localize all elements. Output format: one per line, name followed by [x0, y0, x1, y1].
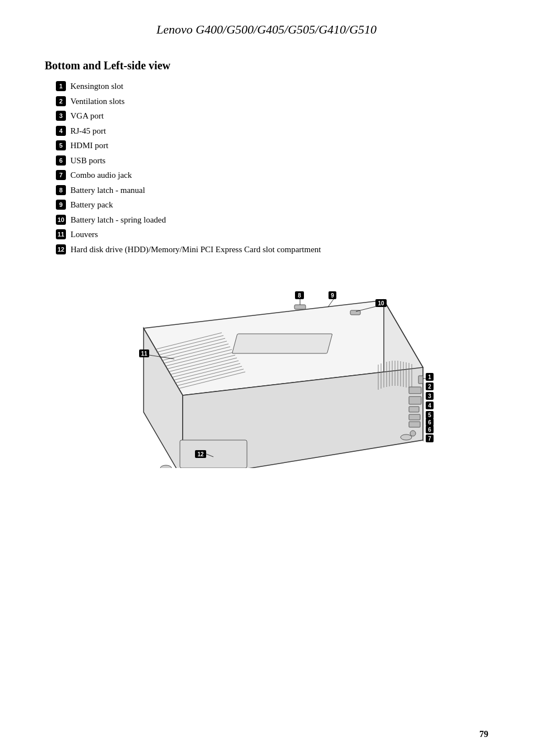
list-item: 3VGA port: [56, 110, 488, 122]
list-item: 8Battery latch - manual: [56, 184, 488, 197]
svg-text:12: 12: [197, 451, 204, 457]
item-number-badge: 3: [56, 111, 66, 121]
page: Lenovo G400/G500/G405/G505/G410/G510 Bot…: [0, 0, 533, 756]
item-label: Battery latch - manual: [70, 184, 145, 197]
svg-rect-35: [409, 396, 421, 404]
svg-text:10: 10: [378, 300, 384, 306]
list-item: 12Hard disk drive (HDD)/Memory/Mini PCI …: [56, 243, 488, 256]
items-list: 1Kensington slot2Ventilation slots3VGA p…: [56, 80, 488, 256]
list-item: 4RJ-45 port: [56, 125, 488, 138]
item-label: Battery latch - spring loaded: [70, 214, 166, 226]
item-label: HDMI port: [70, 139, 108, 152]
item-number-badge: 7: [56, 170, 66, 180]
svg-rect-38: [409, 422, 420, 427]
svg-text:7: 7: [428, 436, 431, 442]
svg-rect-40: [418, 376, 423, 384]
item-number-badge: 11: [56, 229, 66, 239]
list-item: 5HDMI port: [56, 139, 488, 152]
list-item: 6USB ports: [56, 154, 488, 167]
item-number-badge: 9: [56, 200, 66, 210]
item-label: USB ports: [70, 154, 106, 167]
svg-rect-36: [409, 407, 419, 412]
list-item: 9Battery pack: [56, 199, 488, 211]
list-item: 11Louvers: [56, 228, 488, 241]
laptop-diagram: 8 9 10 11 12 1 2 3: [93, 267, 440, 468]
list-item: 10Battery latch - spring loaded: [56, 214, 488, 226]
section-title: Bottom and Left-side view: [45, 59, 488, 72]
svg-rect-37: [409, 414, 420, 420]
item-number-badge: 10: [56, 215, 66, 225]
item-number-badge: 4: [56, 126, 66, 136]
svg-text:9: 9: [331, 292, 334, 299]
svg-text:11: 11: [141, 351, 147, 357]
item-number-badge: 12: [56, 244, 66, 254]
item-label: Hard disk drive (HDD)/Memory/Mini PCI Ex…: [70, 243, 321, 256]
svg-rect-42: [350, 310, 360, 315]
item-number-badge: 2: [56, 96, 66, 106]
svg-point-39: [410, 431, 416, 436]
page-number: 79: [479, 729, 488, 739]
page-header-title: Lenovo G400/G500/G405/G505/G410/G510: [45, 22, 488, 37]
item-label: Kensington slot: [70, 80, 123, 93]
svg-text:6: 6: [428, 419, 431, 426]
list-item: 7Combo audio jack: [56, 169, 488, 182]
svg-point-43: [160, 465, 172, 468]
svg-rect-41: [294, 305, 306, 309]
svg-rect-34: [409, 387, 421, 394]
item-label: VGA port: [70, 110, 104, 122]
item-label: Louvers: [70, 228, 98, 241]
svg-point-44: [401, 434, 412, 440]
svg-text:4: 4: [428, 403, 431, 409]
diagram-container: 8 9 10 11 12 1 2 3: [93, 267, 440, 468]
svg-text:8: 8: [298, 292, 301, 299]
item-number-badge: 6: [56, 155, 66, 166]
svg-text:5: 5: [428, 412, 431, 418]
item-label: Battery pack: [70, 199, 113, 211]
svg-rect-19: [232, 334, 332, 353]
item-label: Combo audio jack: [70, 169, 132, 182]
list-item: 1Kensington slot: [56, 80, 488, 93]
item-number-badge: 1: [56, 81, 66, 91]
item-number-badge: 5: [56, 140, 66, 150]
svg-text:1: 1: [428, 374, 431, 380]
svg-rect-33: [180, 440, 247, 468]
item-label: Ventilation slots: [70, 95, 125, 108]
svg-text:2: 2: [428, 384, 431, 390]
svg-text:6: 6: [428, 427, 431, 433]
item-number-badge: 8: [56, 185, 66, 195]
list-item: 2Ventilation slots: [56, 95, 488, 108]
item-label: RJ-45 port: [70, 125, 106, 138]
svg-text:3: 3: [428, 393, 431, 399]
